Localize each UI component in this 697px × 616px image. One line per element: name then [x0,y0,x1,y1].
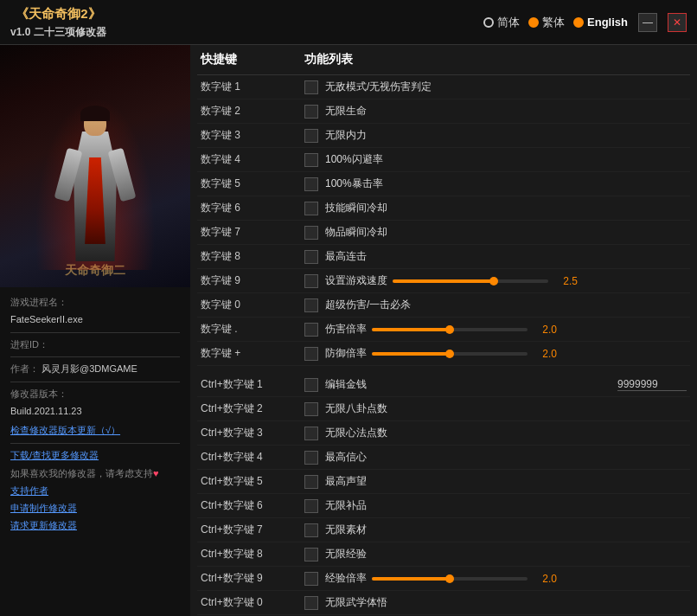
slider-name: 经验倍率 [325,571,367,586]
cheat-checkbox[interactable] [304,298,318,312]
download-link[interactable]: 下载/查找更多修改器 [10,447,180,465]
cheat-name: 无限生命 [325,104,687,119]
table-header: 快捷键 功能列表 [197,45,690,75]
slider-value: 2.0 [533,324,557,336]
cheat-checkbox[interactable] [304,129,318,143]
header-func: 功能列表 [304,52,687,67]
cheat-checkbox[interactable] [304,202,318,215]
slider-fill [372,352,450,356]
table-row: 数字键 +防御倍率2.0 [197,342,690,366]
cheat-checkbox[interactable] [304,226,318,240]
cheat-checkbox[interactable] [304,427,318,440]
key-label: 数字键 3 [201,128,304,143]
language-options: 简体 繁体 English [483,15,628,30]
cheat-name: 100%闪避率 [325,152,687,167]
radio-traditional [528,17,539,28]
lang-simplified[interactable]: 简体 [483,15,520,30]
table-row: Ctrl+数字键 8无限经验 [197,542,690,567]
key-label: 数字键 8 [201,249,304,264]
cheat-name: 无限内力 [325,128,687,143]
key-label: Ctrl+数字键 9 [201,571,304,586]
request-link[interactable]: 请求更新修改器 [10,517,180,535]
cheat-checkbox[interactable] [304,105,318,119]
slider-thumb[interactable] [489,277,498,286]
table-row: Ctrl+数字键 4最高信心 [197,446,690,470]
slider-container: 设置游戏速度2.5 [325,273,687,288]
cheat-checkbox[interactable] [304,499,318,513]
key-label: Ctrl+数字键 8 [201,547,304,561]
title-sub: v1.0 二十三项修改器 [10,24,106,40]
slider-thumb[interactable] [445,325,454,334]
lang-traditional-label: 繁体 [542,15,565,30]
right-panel: 快捷键 功能列表 数字键 1无敌模式/无视伤害判定数字键 2无限生命数字键 3无… [190,45,697,616]
slider-name: 防御倍率 [325,346,367,361]
cheat-name: 物品瞬间冷却 [325,225,687,240]
slider-fill [372,577,450,581]
key-label: Ctrl+数字键 7 [201,523,304,537]
slider-value: 2.0 [533,348,557,360]
slider-track[interactable] [372,577,528,581]
main-content: 天命奇御二 游戏进程名： FateSeekerII.exe 进程ID： 作者： … [0,45,697,616]
lang-simplified-label: 简体 [497,15,520,30]
cheat-checkbox[interactable] [304,80,318,94]
cheat-checkbox[interactable] [304,250,318,264]
slider-container: 伤害倍率2.0 [325,322,687,337]
slider-thumb[interactable] [445,350,454,358]
minimize-button[interactable]: — [638,13,657,32]
app-title: 《天命奇御2》 v1.0 二十三项修改器 [10,4,106,40]
cheat-checkbox[interactable] [304,475,318,489]
slider-track[interactable] [372,328,528,331]
cheat-checkbox[interactable] [304,596,318,610]
cheat-name: 编辑金钱 [325,377,617,392]
check-update-link[interactable]: 检查修改器版本更新（√） [10,422,180,440]
cheat-checkbox[interactable] [304,323,318,337]
table-row: 数字键 8最高连击 [197,245,690,269]
money-input[interactable] [617,378,687,391]
lang-english-label: English [587,16,628,29]
key-label: Ctrl+数字键 3 [201,426,304,440]
cheat-checkbox[interactable] [304,402,318,416]
key-label: 数字键 5 [201,176,304,191]
cheat-name: 超级伤害/一击必杀 [325,298,687,312]
key-label: 数字键 0 [201,298,304,312]
version-label: 修改器版本： [10,386,180,403]
cheat-checkbox[interactable] [304,347,318,361]
key-label: 数字键 + [201,346,304,361]
title-main: 《天命奇御2》 [16,4,100,24]
slider-container: 经验倍率2.0 [325,571,687,586]
cheat-checkbox[interactable] [304,177,318,191]
table-row: 数字键 2无限生命 [197,99,690,124]
slider-track[interactable] [393,279,548,283]
cheat-name: 最高连击 [325,249,687,264]
cheat-checkbox[interactable] [304,451,318,465]
header-key: 快捷键 [201,52,304,67]
slider-name: 伤害倍率 [325,322,367,337]
key-label: Ctrl+数字键 1 [201,377,304,392]
left-info: 游戏进程名： FateSeekerII.exe 进程ID： 作者： 风灵月影@3… [0,287,190,542]
cheat-checkbox[interactable] [304,274,318,288]
slider-thumb[interactable] [445,574,454,583]
heart-icon: ♥ [153,468,159,478]
key-label: Ctrl+数字键 0 [201,595,304,610]
table-row: 数字键 7物品瞬间冷却 [197,221,690,245]
support-link[interactable]: 支持作者 [10,483,180,500]
key-label: 数字键 . [201,322,304,337]
slider-track[interactable] [372,352,528,356]
cheat-checkbox[interactable] [304,378,318,392]
lang-english[interactable]: English [573,16,628,29]
cheat-checkbox[interactable] [304,548,318,561]
title-controls: 简体 繁体 English — ✕ [483,13,687,32]
version-value: Build.2021.11.23 [10,403,180,420]
key-label: 数字键 1 [201,80,304,94]
cheat-checkbox[interactable] [304,153,318,167]
cheat-list: 数字键 1无敌模式/无视伤害判定数字键 2无限生命数字键 3无限内力数字键 41… [197,75,690,616]
cheat-checkbox[interactable] [304,523,318,537]
cheat-checkbox[interactable] [304,572,318,586]
lang-traditional[interactable]: 繁体 [528,15,565,30]
custom-link[interactable]: 申请制作修改器 [10,500,180,517]
close-button[interactable]: ✕ [668,13,687,32]
key-label: Ctrl+数字键 2 [201,401,304,416]
table-row: Ctrl+数字键 5最高声望 [197,470,690,494]
table-row: 数字键 5100%暴击率 [197,172,690,196]
image-watermark: 天命奇御二 [65,263,125,279]
